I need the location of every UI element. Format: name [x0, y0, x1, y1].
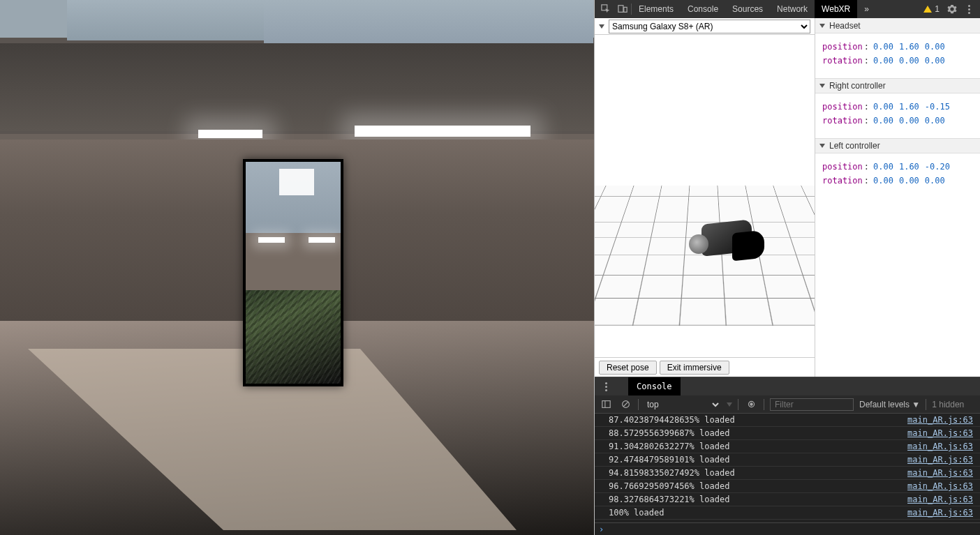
position-row: position: 0.00 1.60 -0.20 — [822, 162, 973, 172]
section-headset[interactable]: Headset — [815, 18, 980, 33]
log-source-link[interactable]: main_AR.js:63 — [907, 481, 973, 491]
rot-z[interactable]: 0.00 — [925, 56, 945, 66]
section-left-controller[interactable]: Left controller — [815, 138, 980, 153]
sidebar-toggle-icon[interactable] — [599, 398, 613, 412]
pos-y[interactable]: 1.60 — [899, 162, 919, 172]
portal-terrain — [246, 290, 341, 384]
rot-z[interactable]: 0.00 — [925, 176, 945, 186]
pos-z[interactable]: -0.20 — [925, 162, 950, 172]
rot-x[interactable]: 0.00 — [873, 56, 893, 66]
tab-console[interactable]: Console — [681, 0, 725, 18]
svg-rect-1 — [618, 6, 623, 13]
webxr-3d-viewport[interactable] — [595, 35, 815, 357]
pos-x[interactable]: 0.00 — [873, 42, 893, 52]
divider — [926, 399, 926, 410]
svg-line-6 — [623, 402, 628, 407]
log-row: 98.3276864373221% loadedmain_AR.js:63 — [595, 493, 980, 506]
log-row: 92.4748479589101% loadedmain_AR.js:63 — [595, 453, 980, 467]
pos-z[interactable]: 0.00 — [925, 42, 945, 52]
chevron-down-icon — [819, 144, 825, 148]
webxr-body: Samsung Galaxy S8+ (AR) Reset pose Exit … — [595, 18, 980, 377]
log-message: 88.5729556399687% loaded — [609, 428, 729, 438]
log-source-link[interactable]: main_AR.js:63 — [907, 508, 973, 518]
exit-immersive-button[interactable]: Exit immersive — [660, 361, 729, 375]
divider — [764, 399, 764, 410]
rotation-row: rotation: 0.00 0.00 0.00 — [822, 56, 973, 66]
warnings-badge[interactable]: 1 — [919, 4, 944, 14]
skylight-opening — [67, 0, 269, 40]
device-select[interactable]: Samsung Galaxy S8+ (AR) — [609, 20, 810, 33]
scene-render — [0, 0, 594, 535]
console-drawer: Console top Default levels ▼ 1 hidden — [595, 377, 980, 535]
log-source-link[interactable]: main_AR.js:63 — [907, 495, 973, 504]
log-source-link[interactable]: main_AR.js:63 — [907, 455, 973, 465]
console-tab[interactable]: Console — [628, 377, 681, 395]
more-icon[interactable] — [597, 378, 614, 395]
log-message: 91.3042802632277% loaded — [609, 442, 729, 451]
log-message: 87.40238794428635% loaded — [609, 415, 735, 425]
log-message: 92.4748479589101% loaded — [609, 455, 729, 465]
section-title: Right controller — [829, 81, 886, 91]
chevron-down-icon — [819, 24, 825, 28]
log-levels-dropdown[interactable]: Default levels ▼ — [859, 400, 920, 409]
log-row: 96.7669295097456% loadedmain_AR.js:63 — [595, 480, 980, 493]
tab-sources[interactable]: Sources — [725, 0, 770, 18]
log-source-link[interactable]: main_AR.js:63 — [907, 468, 973, 478]
settings-icon[interactable] — [944, 1, 960, 17]
divider — [738, 399, 738, 410]
log-source-link[interactable]: main_AR.js:63 — [907, 428, 973, 438]
webxr-button-row: Reset pose Exit immersive — [595, 357, 815, 377]
divider — [638, 399, 639, 410]
rot-y[interactable]: 0.00 — [899, 56, 919, 66]
hidden-count[interactable]: 1 hidden — [932, 400, 964, 409]
pos-x[interactable]: 0.00 — [873, 102, 893, 112]
svg-rect-3 — [602, 401, 609, 408]
log-message: 100% loaded — [609, 508, 664, 518]
rot-x[interactable]: 0.00 — [873, 116, 893, 126]
position-row: position: 0.00 1.60 -0.15 — [822, 102, 973, 112]
pos-y[interactable]: 1.60 — [899, 102, 919, 112]
svg-point-8 — [750, 403, 752, 405]
device-toggle-icon[interactable] — [614, 1, 631, 17]
collapse-icon[interactable] — [599, 24, 604, 29]
position-row: position: 0.00 1.60 0.00 — [822, 42, 973, 52]
more-icon[interactable] — [960, 1, 977, 17]
ar-portal — [243, 159, 343, 386]
live-expression-icon[interactable] — [744, 398, 758, 412]
tabs-overflow[interactable]: » — [857, 0, 876, 18]
pos-y[interactable]: 1.60 — [899, 42, 919, 52]
reset-pose-button[interactable]: Reset pose — [599, 361, 657, 375]
rot-z[interactable]: 0.00 — [925, 116, 945, 126]
rot-y[interactable]: 0.00 — [899, 116, 919, 126]
pos-x[interactable]: 0.00 — [873, 162, 893, 172]
log-source-link[interactable]: main_AR.js:63 — [907, 415, 973, 425]
log-source-link[interactable]: main_AR.js:63 — [907, 442, 973, 451]
pos-z[interactable]: -0.15 — [925, 102, 950, 112]
portal-light — [258, 237, 285, 243]
app-viewport[interactable] — [0, 0, 594, 535]
filter-input[interactable] — [770, 398, 854, 411]
tab-network[interactable]: Network — [770, 0, 815, 18]
rot-y[interactable]: 0.00 — [899, 176, 919, 186]
warning-count: 1 — [935, 4, 940, 14]
console-prompt[interactable] — [595, 522, 980, 535]
section-title: Left controller — [829, 141, 880, 151]
section-title: Headset — [829, 21, 861, 31]
context-select[interactable]: top — [644, 399, 721, 410]
rot-x[interactable]: 0.00 — [873, 176, 893, 186]
console-log[interactable]: 87.40238794428635% loadedmain_AR.js:6388… — [595, 414, 980, 522]
clear-console-icon[interactable] — [618, 398, 632, 412]
section-right-controller[interactable]: Right controller — [815, 78, 980, 93]
webxr-properties-pane: Headset position: 0.00 1.60 0.00 rotatio… — [815, 18, 980, 377]
section-right-body: position: 0.00 1.60 -0.15 rotation: 0.00… — [815, 93, 980, 138]
log-row: 91.3042802632277% loadedmain_AR.js:63 — [595, 440, 980, 453]
headset-model[interactable] — [689, 216, 766, 272]
chevron-down-icon — [819, 84, 825, 88]
section-left-body: position: 0.00 1.60 -0.20 rotation: 0.00… — [815, 153, 980, 198]
rotation-row: rotation: 0.00 0.00 0.00 — [822, 176, 973, 186]
tab-elements[interactable]: Elements — [632, 0, 681, 18]
devtools-tabbar: Elements Console Sources Network WebXR »… — [595, 0, 980, 18]
tab-webxr[interactable]: WebXR — [815, 0, 857, 18]
rotation-row: rotation: 0.00 0.00 0.00 — [822, 116, 973, 126]
inspect-icon[interactable] — [597, 1, 614, 17]
